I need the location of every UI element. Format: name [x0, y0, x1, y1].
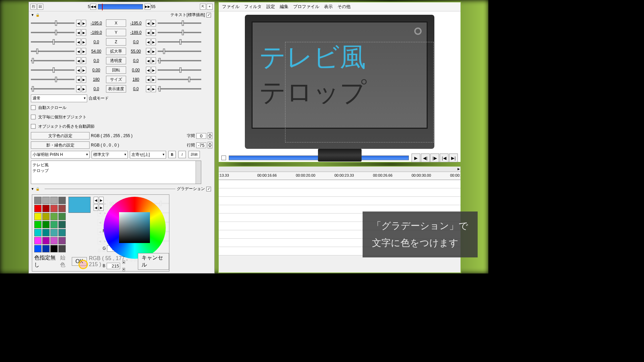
dec-6[interactable]: ◀: [76, 76, 81, 83]
swatch[interactable]: [50, 221, 58, 228]
param-val-left-1[interactable]: -189.0: [88, 30, 105, 35]
param-val-right-5[interactable]: 0.00: [127, 68, 144, 72]
gradient-enable-checkbox[interactable]: [206, 187, 211, 191]
char-spacing-input[interactable]: [196, 133, 206, 139]
go-start-button[interactable]: |◀: [440, 154, 448, 162]
param-val-right-4[interactable]: 0.0: [127, 58, 144, 63]
swatch[interactable]: [58, 197, 66, 204]
inc-0[interactable]: ▶: [82, 20, 86, 26]
text-content-input[interactable]: テレビ風 テロップ: [31, 161, 201, 184]
swatch[interactable]: [58, 213, 66, 220]
swatch[interactable]: [34, 237, 42, 244]
menu-設定[interactable]: 設定: [266, 4, 275, 10]
sat-left[interactable]: ◀: [94, 204, 98, 211]
inc-2[interactable]: ▶: [82, 39, 86, 45]
swatch[interactable]: [50, 245, 58, 252]
param-slider-left-7[interactable]: [31, 88, 74, 89]
swatch[interactable]: [42, 237, 50, 244]
line-spacing-spinner[interactable]: ▲▼: [208, 142, 212, 148]
color-wheel[interactable]: [104, 197, 166, 259]
param-slider-left-1[interactable]: [31, 32, 74, 33]
param-val-left-4[interactable]: 0.0: [88, 58, 105, 63]
menu-その他[interactable]: その他: [337, 4, 351, 10]
param-val-left-0[interactable]: -195.0: [88, 21, 105, 25]
inc2-4[interactable]: ▶: [151, 57, 156, 64]
dec-4[interactable]: ◀: [76, 57, 81, 64]
param-slider-right-6[interactable]: [158, 79, 201, 80]
gradient-disclosure-icon[interactable]: ▼: [31, 187, 34, 191]
swatch[interactable]: [50, 237, 58, 244]
inc2-6[interactable]: ▶: [151, 76, 156, 83]
param-val-right-3[interactable]: 55.00: [127, 49, 144, 54]
blend-mode-select[interactable]: 通常▼: [31, 95, 87, 102]
param-val-left-7[interactable]: 0.0: [88, 86, 105, 91]
param-slider-right-1[interactable]: [158, 32, 201, 33]
inc2-5[interactable]: ▶: [151, 67, 156, 73]
param-slider-right-4[interactable]: [158, 60, 201, 61]
panel-icon-b[interactable]: 回: [37, 4, 43, 10]
param-val-right-2[interactable]: 0.0: [127, 40, 144, 44]
timeline-ruler[interactable]: :13.3300:00:16.6600:00:20.0000:00:23.330…: [219, 172, 461, 180]
lock-icon[interactable]: 🔒: [36, 13, 40, 17]
bold-button[interactable]: B: [168, 151, 176, 158]
param-val-left-6[interactable]: 180: [88, 77, 105, 82]
inc-3[interactable]: ▶: [82, 48, 86, 55]
param-slider-left-4[interactable]: [31, 60, 74, 61]
popout-icon[interactable]: ⇱: [200, 4, 206, 10]
step-back-button[interactable]: ◀|: [421, 154, 430, 162]
dec-2[interactable]: ◀: [76, 39, 81, 45]
frame-scrubber[interactable]: [98, 4, 143, 9]
swatch[interactable]: [34, 221, 42, 228]
dec2-5[interactable]: ◀: [146, 67, 151, 73]
panel-icon-a[interactable]: 烈: [31, 4, 37, 10]
param-val-right-1[interactable]: -189.0: [127, 30, 144, 35]
swatch[interactable]: [50, 229, 58, 236]
param-val-right-6[interactable]: 180: [127, 77, 144, 82]
dec2-0[interactable]: ◀: [146, 20, 151, 26]
swatch[interactable]: [34, 205, 42, 212]
swatch[interactable]: [50, 205, 58, 212]
swatch[interactable]: [34, 229, 42, 236]
disclosure-icon[interactable]: ▼: [31, 13, 34, 17]
param-val-left-2[interactable]: 0.0: [88, 40, 105, 44]
playhead-start-icon[interactable]: [221, 156, 226, 160]
param-label-1[interactable]: Y: [106, 29, 126, 36]
inc2-3[interactable]: ▶: [151, 48, 156, 55]
hue-right[interactable]: ▶: [99, 197, 104, 203]
swatch[interactable]: [50, 213, 58, 220]
swatch[interactable]: [42, 197, 50, 204]
param-label-5[interactable]: 回転: [106, 66, 126, 74]
hue-left[interactable]: ◀: [94, 197, 98, 203]
menu-フィルタ[interactable]: フィルタ: [244, 4, 262, 10]
menu-表示[interactable]: 表示: [324, 4, 333, 10]
menu-ファイル[interactable]: ファイル: [222, 4, 239, 10]
detail-button[interactable]: 詳細: [189, 151, 200, 158]
swatch[interactable]: [42, 229, 50, 236]
param-slider-right-5[interactable]: [158, 69, 201, 71]
dec2-3[interactable]: ◀: [146, 48, 151, 55]
add-icon[interactable]: +: [207, 4, 213, 10]
font-style-select[interactable]: 標準文字▼: [92, 151, 128, 159]
dec-7[interactable]: ◀: [76, 85, 81, 92]
dec2-7[interactable]: ◀: [146, 85, 151, 92]
autolen-checkbox[interactable]: [31, 124, 36, 129]
lock-icon[interactable]: 🔒: [36, 187, 40, 191]
swatch[interactable]: [58, 221, 66, 228]
scrollbar[interactable]: [196, 161, 201, 184]
swatch[interactable]: [58, 229, 66, 236]
dec-3[interactable]: ◀: [76, 48, 81, 55]
dec-1[interactable]: ◀: [76, 29, 81, 36]
param-label-6[interactable]: サイズ: [106, 76, 126, 83]
param-label-2[interactable]: Z: [106, 38, 126, 46]
go-end-button[interactable]: ▶|: [449, 154, 458, 162]
inc-4[interactable]: ▶: [82, 57, 86, 64]
play-button[interactable]: ▶: [412, 154, 420, 162]
param-slider-left-3[interactable]: [31, 51, 74, 52]
inc2-2[interactable]: ▶: [151, 39, 156, 45]
swatch[interactable]: [42, 205, 50, 212]
param-label-3[interactable]: 拡大率: [106, 48, 126, 55]
dec2-6[interactable]: ◀: [146, 76, 151, 83]
swatch[interactable]: [34, 197, 42, 204]
param-slider-left-6[interactable]: [31, 79, 74, 80]
autoscroll-checkbox[interactable]: [31, 105, 36, 110]
